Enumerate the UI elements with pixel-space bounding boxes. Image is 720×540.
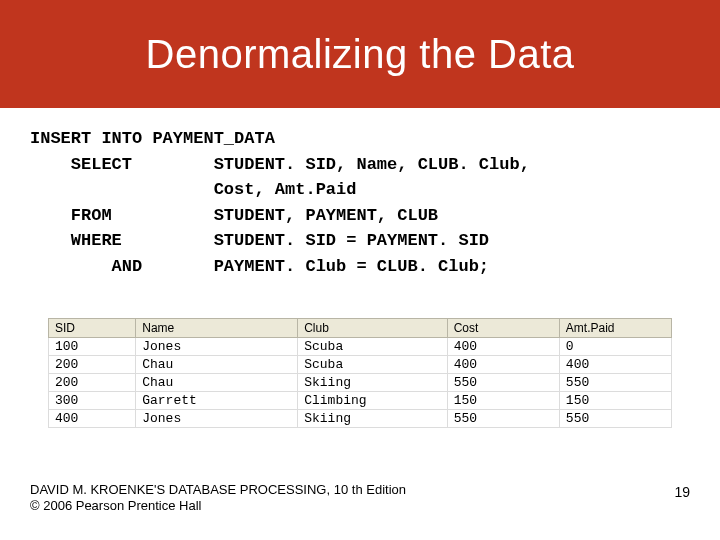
table-cell: 550	[559, 374, 671, 392]
table-cell: 200	[49, 374, 136, 392]
table-cell: 400	[49, 410, 136, 428]
data-table: SID Name Club Cost Amt.Paid 100JonesScub…	[48, 318, 672, 428]
title-band: Denormalizing the Data	[0, 0, 720, 108]
table-cell: 150	[447, 392, 559, 410]
table-cell: Jones	[136, 410, 298, 428]
table-cell: 550	[447, 374, 559, 392]
table-cell: Garrett	[136, 392, 298, 410]
table-header-row: SID Name Club Cost Amt.Paid	[49, 319, 672, 338]
table-cell: 0	[559, 338, 671, 356]
table-cell: 400	[447, 356, 559, 374]
table-cell: Chau	[136, 356, 298, 374]
sql-line: INSERT INTO PAYMENT_DATA	[30, 129, 275, 148]
table-cell: Skiing	[298, 410, 448, 428]
table-cell: 150	[559, 392, 671, 410]
table-row: 300GarrettClimbing150150	[49, 392, 672, 410]
table-row: 200ChauSkiing550550	[49, 374, 672, 392]
sql-line: AND PAYMENT. Club = CLUB. Club;	[30, 257, 489, 276]
table-cell: Chau	[136, 374, 298, 392]
page-number: 19	[674, 484, 690, 500]
table-cell: Skiing	[298, 374, 448, 392]
footer-line1: DAVID M. KROENKE'S DATABASE PROCESSING, …	[30, 482, 406, 498]
table-cell: 400	[559, 356, 671, 374]
slide: Denormalizing the Data INSERT INTO PAYME…	[0, 0, 720, 540]
table-row: 100JonesScuba4000	[49, 338, 672, 356]
slide-title: Denormalizing the Data	[146, 32, 575, 77]
sql-line: FROM STUDENT, PAYMENT, CLUB	[30, 206, 438, 225]
table-row: 400JonesSkiing550550	[49, 410, 672, 428]
table-cell: Jones	[136, 338, 298, 356]
table-cell: Climbing	[298, 392, 448, 410]
col-header: Cost	[447, 319, 559, 338]
table-cell: 100	[49, 338, 136, 356]
col-header: SID	[49, 319, 136, 338]
col-header: Amt.Paid	[559, 319, 671, 338]
table-cell: 400	[447, 338, 559, 356]
table-cell: Scuba	[298, 338, 448, 356]
table-cell: 300	[49, 392, 136, 410]
sql-line: Cost, Amt.Paid	[30, 180, 356, 199]
footer-attribution: DAVID M. KROENKE'S DATABASE PROCESSING, …	[30, 482, 406, 515]
sql-line: SELECT STUDENT. SID, Name, CLUB. Club,	[30, 155, 530, 174]
table-cell: 550	[559, 410, 671, 428]
sql-code-block: INSERT INTO PAYMENT_DATA SELECT STUDENT.…	[0, 108, 720, 279]
table-row: 200ChauScuba400400	[49, 356, 672, 374]
col-header: Club	[298, 319, 448, 338]
table-cell: 550	[447, 410, 559, 428]
data-table-wrap: SID Name Club Cost Amt.Paid 100JonesScub…	[48, 318, 672, 428]
sql-line: WHERE STUDENT. SID = PAYMENT. SID	[30, 231, 489, 250]
col-header: Name	[136, 319, 298, 338]
footer-line2: © 2006 Pearson Prentice Hall	[30, 498, 406, 514]
table-cell: 200	[49, 356, 136, 374]
table-cell: Scuba	[298, 356, 448, 374]
